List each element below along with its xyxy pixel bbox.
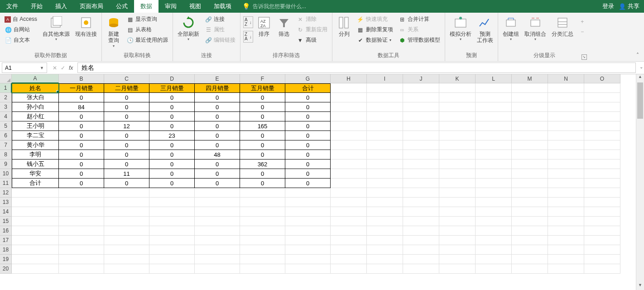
cell-M3[interactable] <box>512 102 548 112</box>
cancel-formula-button[interactable]: ✕ <box>53 65 57 71</box>
cell-M20[interactable] <box>512 264 548 274</box>
cell-F7[interactable]: 0 <box>240 140 285 150</box>
cell-E9[interactable]: 0 <box>195 160 240 169</box>
column-header-K[interactable]: K <box>439 74 476 83</box>
cell-O6[interactable] <box>584 131 620 140</box>
cell-L6[interactable] <box>476 131 512 140</box>
cell-L20[interactable] <box>476 264 512 274</box>
cell-E17[interactable] <box>195 236 240 245</box>
cell-J19[interactable] <box>403 255 439 264</box>
existing-connections-button[interactable]: 现有连接 <box>73 14 99 38</box>
row-header-8[interactable]: 8 <box>0 150 12 160</box>
cell-F4[interactable]: 0 <box>240 112 285 121</box>
row-header-19[interactable]: 19 <box>0 255 12 264</box>
cell-D7[interactable]: 0 <box>149 140 195 150</box>
cell-L11[interactable] <box>476 179 512 188</box>
cell-O7[interactable] <box>584 140 620 150</box>
enter-formula-button[interactable]: ✓ <box>61 65 65 71</box>
cell-B17[interactable] <box>59 236 104 245</box>
cell-E19[interactable] <box>195 255 240 264</box>
menu-tab-审阅[interactable]: 审阅 <box>159 0 183 13</box>
cell-J2[interactable] <box>403 93 439 102</box>
column-header-I[interactable]: I <box>367 74 403 83</box>
cell-M16[interactable] <box>512 226 548 236</box>
cell-N15[interactable] <box>548 217 584 226</box>
cell-E13[interactable] <box>195 198 240 207</box>
cell-F6[interactable]: 0 <box>240 131 285 140</box>
cell-I20[interactable] <box>367 264 403 274</box>
manage-data-model-button[interactable]: ⬢管理数据模型 <box>397 35 442 45</box>
cell-L7[interactable] <box>476 140 512 150</box>
cell-O20[interactable] <box>584 264 620 274</box>
cell-I11[interactable] <box>367 179 403 188</box>
cell-L5[interactable] <box>476 121 512 131</box>
cell-K19[interactable] <box>439 255 476 264</box>
cell-M4[interactable] <box>512 112 548 121</box>
cell-A18[interactable] <box>12 245 59 255</box>
cell-M8[interactable] <box>512 150 548 160</box>
cell-H20[interactable] <box>331 264 367 274</box>
subtotal-button[interactable]: 分类汇总 <box>550 14 575 38</box>
cell-O18[interactable] <box>584 245 620 255</box>
row-header-7[interactable]: 7 <box>0 140 12 150</box>
cell-G14[interactable] <box>285 207 331 217</box>
row-header-9[interactable]: 9 <box>0 160 12 169</box>
insert-function-button[interactable]: fx <box>69 65 73 71</box>
cell-G3[interactable]: 0 <box>285 102 331 112</box>
column-header-C[interactable]: C <box>104 74 149 83</box>
cell-M19[interactable] <box>512 255 548 264</box>
cell-G18[interactable] <box>285 245 331 255</box>
cell-M6[interactable] <box>512 131 548 140</box>
cell-D17[interactable] <box>149 236 195 245</box>
cell-C8[interactable]: 0 <box>104 150 149 160</box>
remove-duplicates-button[interactable]: ▦删除重复项 <box>355 25 395 34</box>
from-other-sources-button[interactable]: 自其他来源▾ <box>41 14 72 43</box>
cell-L16[interactable] <box>476 226 512 236</box>
cell-D6[interactable]: 23 <box>149 131 195 140</box>
cell-D10[interactable]: 0 <box>149 169 195 179</box>
cell-A5[interactable]: 王小明 <box>12 121 59 131</box>
cell-D18[interactable] <box>149 245 195 255</box>
cell-I1[interactable] <box>367 83 403 93</box>
cell-H7[interactable] <box>331 140 367 150</box>
row-header-6[interactable]: 6 <box>0 131 12 140</box>
cell-K6[interactable] <box>439 131 476 140</box>
cell-G13[interactable] <box>285 198 331 207</box>
cell-G19[interactable] <box>285 255 331 264</box>
cell-I6[interactable] <box>367 131 403 140</box>
scroll-up-button[interactable]: ▲ <box>636 74 644 82</box>
cell-G10[interactable]: 0 <box>285 169 331 179</box>
cell-K18[interactable] <box>439 245 476 255</box>
refresh-all-button[interactable]: 全部刷新▾ <box>176 14 201 43</box>
cell-F14[interactable] <box>240 207 285 217</box>
cell-C2[interactable]: 0 <box>104 93 149 102</box>
cell-C14[interactable] <box>104 207 149 217</box>
row-header-1[interactable]: 1 <box>0 83 12 93</box>
cell-B8[interactable]: 0 <box>59 150 104 160</box>
cell-J16[interactable] <box>403 226 439 236</box>
cell-M15[interactable] <box>512 217 548 226</box>
cell-J13[interactable] <box>403 198 439 207</box>
cell-D12[interactable] <box>149 188 195 198</box>
cell-A19[interactable] <box>12 255 59 264</box>
cell-I17[interactable] <box>367 236 403 245</box>
cell-N2[interactable] <box>548 93 584 102</box>
cell-A8[interactable]: 李明 <box>12 150 59 160</box>
name-box[interactable]: A1 ▼ <box>2 63 47 73</box>
cell-F19[interactable] <box>240 255 285 264</box>
cell-J4[interactable] <box>403 112 439 121</box>
cell-A1[interactable]: 姓名 <box>12 83 59 93</box>
cell-E10[interactable]: 0 <box>195 169 240 179</box>
menu-tab-视图[interactable]: 视图 <box>183 0 207 13</box>
cell-J5[interactable] <box>403 121 439 131</box>
dialog-launcher[interactable]: ↘ <box>582 54 587 60</box>
cell-B15[interactable] <box>59 217 104 226</box>
cell-A12[interactable] <box>12 188 59 198</box>
cell-L1[interactable] <box>476 83 512 93</box>
cell-H17[interactable] <box>331 236 367 245</box>
cell-C1[interactable]: 二月销量 <box>104 83 149 93</box>
cell-J12[interactable] <box>403 188 439 198</box>
cell-M12[interactable] <box>512 188 548 198</box>
cell-E11[interactable]: 0 <box>195 179 240 188</box>
cell-O1[interactable] <box>584 83 620 93</box>
